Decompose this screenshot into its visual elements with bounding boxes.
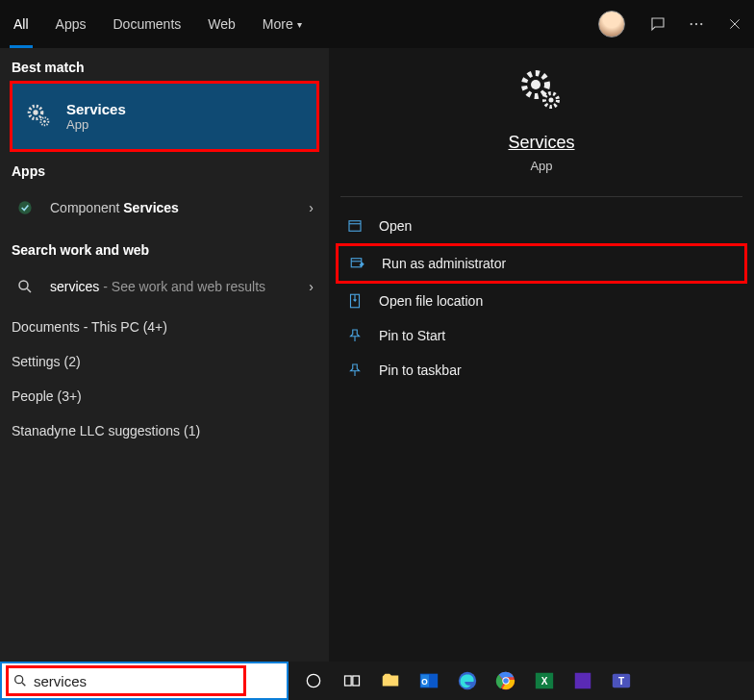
edge-icon[interactable] [448,662,487,700]
web-result-text: services - See work and web results [50,279,317,294]
svg-point-4 [33,110,38,114]
preview-title[interactable]: Services [508,133,574,153]
best-match-label: Best match [0,48,329,81]
action-open-file-location[interactable]: Open file location [339,284,744,318]
extra-settings[interactable]: Settings (2) [0,344,329,379]
windows-search-panel: All Apps Documents Web More ▾ Best match [0,0,754,662]
explorer-icon[interactable] [371,662,410,700]
svg-point-6 [43,120,46,123]
svg-rect-19 [353,676,360,686]
svg-point-8 [19,281,28,289]
action-admin-label: Run as administrator [382,256,506,271]
apps-result-bold: Services [123,200,179,215]
extra-documents[interactable]: Documents - This PC (4+) [0,310,329,344]
chrome-icon[interactable] [487,662,525,700]
best-match-text: Services App [66,101,305,132]
action-location-label: Open file location [379,293,483,309]
svg-point-12 [549,98,554,103]
web-result-services[interactable]: services - See work and web results › [0,263,329,310]
app-icon[interactable] [564,662,602,700]
svg-point-10 [531,80,540,89]
best-match-result[interactable]: Services App [13,84,316,149]
best-match-title: Services [66,101,305,117]
tab-documents[interactable]: Documents [99,0,194,48]
action-pin-to-start[interactable]: Pin to Start [339,318,744,353]
close-icon[interactable] [721,11,748,38]
svg-rect-13 [349,221,361,232]
more-options-icon[interactable] [683,11,710,38]
svg-text:O: O [421,678,428,687]
best-match-highlight: Services App [10,81,319,152]
search-tabs: All Apps Documents Web More ▾ [0,0,754,48]
apps-result-text: Component Services [50,200,317,215]
chevron-right-icon: › [309,200,314,215]
feedback-icon[interactable] [644,11,671,38]
action-run-as-admin[interactable]: Run as administrator [336,243,747,284]
outlook-icon[interactable]: O [410,662,448,700]
svg-point-7 [18,201,31,213]
tab-apps[interactable]: Apps [42,0,100,48]
action-open[interactable]: Open [339,209,744,243]
taskbar-search-box[interactable] [0,662,289,700]
search-icon [13,673,28,688]
svg-point-1 [695,23,697,25]
search-body: Best match Services App Apps [0,48,754,662]
action-pin-to-taskbar[interactable]: Pin to taskbar [339,353,744,388]
action-list: Open Run as administrator Open file loca… [329,209,754,388]
svg-point-2 [700,23,702,25]
best-match-subtitle: App [66,117,305,132]
apps-section-label: Apps [0,152,329,185]
search-icon [12,273,38,300]
tab-more-label: More [263,16,293,32]
preview-column: Services App Open Run as administrator O… [329,48,754,662]
app-hero: Services App [340,67,742,197]
apps-result-component-services[interactable]: Component Services › [0,185,329,231]
svg-point-16 [15,676,23,684]
component-services-icon [12,194,38,221]
action-open-label: Open [379,218,412,234]
taskbar: O X T [0,662,754,700]
services-hero-gear-icon [518,67,565,113]
taskbar-icons: O X T [294,662,641,700]
svg-point-17 [307,674,319,687]
search-web-label: Search work and web [0,231,329,263]
task-view-icon[interactable] [333,662,371,700]
svg-text:X: X [541,676,548,687]
extra-suggestions[interactable]: Stanadyne LLC suggestions (1) [0,413,329,448]
svg-point-0 [691,23,692,25]
search-input[interactable] [34,673,239,689]
web-result-term: services [50,279,99,294]
results-column: Best match Services App Apps [0,48,329,662]
services-gear-icon [24,101,55,132]
svg-point-26 [503,678,509,684]
teams-icon[interactable]: T [602,662,641,700]
svg-text:T: T [618,676,625,687]
tab-more[interactable]: More ▾ [249,0,315,48]
svg-rect-14 [351,259,362,267]
svg-rect-18 [345,676,352,686]
tab-all[interactable]: All [0,0,42,48]
excel-icon[interactable]: X [525,662,564,700]
chevron-right-icon: › [309,279,314,294]
web-result-suffix: - See work and web results [99,279,265,294]
chevron-down-icon: ▾ [297,19,302,30]
apps-result-prefix: Component [50,200,123,215]
action-pin-start-label: Pin to Start [379,328,445,343]
action-pin-taskbar-label: Pin to taskbar [379,362,462,378]
svg-rect-29 [575,673,591,689]
user-avatar[interactable] [598,11,625,38]
tab-web[interactable]: Web [194,0,249,48]
preview-subtitle: App [530,159,552,173]
extra-people[interactable]: People (3+) [0,379,329,413]
search-box-highlight [6,665,246,696]
cortana-icon[interactable] [294,662,333,700]
